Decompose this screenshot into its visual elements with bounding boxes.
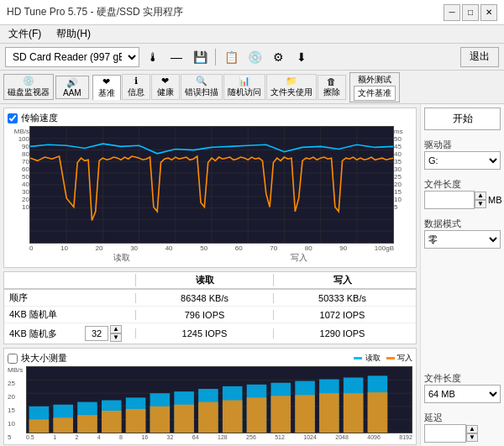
menu-file[interactable]: 文件(F): [5, 25, 45, 43]
write-label: 写入: [291, 252, 307, 264]
info-label: 信息: [128, 87, 144, 98]
stats-row-4kb-multi: 4KB 随机多 ▲ ▼ 1245 IOPS 1290 IOPS: [4, 323, 416, 344]
threads-up[interactable]: ▲: [110, 325, 122, 333]
file-length-down[interactable]: ▼: [475, 200, 486, 208]
erase-icon: 🗑: [327, 76, 336, 87]
file-length-input[interactable]: 100000: [424, 191, 475, 209]
sx-2048: 2048: [335, 434, 349, 440]
benchmark-icon: ❤: [102, 76, 110, 87]
threads-input[interactable]: [85, 326, 108, 341]
sx-128: 128: [218, 434, 228, 440]
tab-error-scan[interactable]: 🔍 错误扫描: [181, 74, 223, 100]
transfer-title-row: 传输速度: [8, 112, 412, 124]
tab-random-access[interactable]: 📊 随机访问: [223, 74, 265, 100]
data-mode-select[interactable]: 零: [424, 230, 501, 249]
tab-folder-usage[interactable]: 📁 文件夹使用: [266, 74, 317, 100]
menu-help[interactable]: 帮助(H): [53, 25, 94, 43]
dash-icon: —: [166, 47, 186, 67]
4kb-single-read: 796 IOPS: [135, 310, 273, 320]
yr-20: 20: [394, 181, 402, 188]
tab-extra-tests[interactable]: 额外测试 文件基准: [349, 72, 400, 102]
settings-icon[interactable]: ⚙: [268, 47, 288, 67]
hdd-icon[interactable]: 💾: [190, 47, 210, 67]
small-chart-canvas: [26, 366, 412, 433]
svg-rect-42: [150, 407, 171, 433]
threads-down[interactable]: ▼: [110, 333, 122, 342]
small-unit: MB/s: [8, 366, 26, 374]
tab-benchmark[interactable]: ❤ 基准: [92, 75, 121, 100]
tab-aam[interactable]: 🔊 AAM: [55, 76, 89, 99]
random-access-label: 随机访问: [228, 87, 261, 98]
save-icon[interactable]: 💿: [244, 47, 265, 67]
close-button[interactable]: ✕: [480, 4, 497, 21]
read-label: 读取: [113, 252, 130, 264]
maximize-button[interactable]: □: [462, 4, 479, 21]
tab-disk-monitor[interactable]: 💿 磁盘监视器: [3, 74, 54, 100]
sy-10: 10: [8, 420, 26, 428]
start-button[interactable]: 开始: [424, 108, 501, 130]
drive-label: 驱动器: [424, 139, 501, 151]
delay-down[interactable]: ▼: [466, 433, 478, 442]
copy-icon[interactable]: 📋: [221, 47, 241, 67]
sx-4096: 4096: [367, 434, 381, 440]
tab-file-benchmark[interactable]: 文件基准: [354, 86, 396, 101]
y-90: 90: [22, 143, 29, 150]
sy-20: 20: [8, 393, 26, 401]
main-content: 传输速度 MB/s 100 90 80 70 60 50 40 30 20 10: [0, 104, 504, 446]
sy-25: 25: [8, 380, 26, 387]
threads-spinner: ▲ ▼: [110, 325, 122, 342]
device-select[interactable]: SD Card Reader (997 gB): [5, 47, 139, 67]
temperature-icon[interactable]: 🌡: [143, 47, 163, 67]
tab-erase[interactable]: 🗑 擦除: [318, 75, 346, 100]
y-axis-right: ms 50 45 40 35 30 25 20 15 10 5: [394, 126, 412, 211]
file-length-spinner: 100000 ▲ ▼ MB: [424, 191, 501, 209]
svg-rect-47: [271, 396, 291, 433]
delay-up[interactable]: ▲: [466, 425, 478, 433]
menu-bar: 文件(F) 帮助(H): [0, 25, 504, 44]
aam-label: AAM: [63, 88, 81, 97]
4kb-multi-threads: ▲ ▼: [85, 325, 135, 342]
transfer-chart-section: 传输速度 MB/s 100 90 80 70 60 50 40 30 20 10: [3, 108, 417, 268]
file-length2-select[interactable]: 64 MB: [424, 385, 501, 403]
x-20: 20: [96, 244, 103, 252]
sx-2: 2: [75, 434, 78, 440]
transfer-title: 传输速度: [21, 112, 58, 124]
small-chart-wrapper: MB/s 25 20 15 10 5: [8, 366, 412, 441]
svg-rect-43: [174, 405, 194, 433]
window-controls: ─ □ ✕: [444, 4, 497, 21]
small-chart-svg: [27, 367, 412, 433]
minimize-button[interactable]: ─: [444, 4, 460, 21]
transfer-checkbox[interactable]: [8, 113, 18, 123]
yr-15: 15: [394, 188, 402, 196]
file-length-up[interactable]: ▲: [475, 192, 486, 200]
x-100: 100gB: [375, 244, 394, 252]
data-mode-label: 数据模式: [424, 218, 501, 230]
y-40: 40: [22, 181, 29, 188]
svg-rect-41: [126, 409, 146, 433]
x-60: 60: [235, 244, 243, 252]
small-chart-section: 块大小测量 读取 写入 MB/s 25 20 15 10 5: [3, 348, 417, 445]
small-chart-checkbox[interactable]: [8, 354, 18, 364]
y-60: 60: [22, 165, 29, 173]
panel-spacer: [424, 254, 501, 364]
drive-select[interactable]: G:: [424, 151, 501, 170]
toolbar: SD Card Reader (997 gB) 🌡 — 💾 📋 💿 ⚙ ⬇ 退出: [0, 44, 504, 71]
sx-1024: 1024: [303, 434, 317, 440]
tab-info[interactable]: ℹ 信息: [122, 74, 150, 100]
exit-button[interactable]: 退出: [460, 47, 499, 67]
4kb-multi-read: 1245 IOPS: [135, 328, 273, 338]
yr-45: 45: [394, 143, 402, 150]
nav-tabs: 💿 磁盘监视器 🔊 AAM ❤ 基准 ℹ 信息 ❤ 健康 🔍 错误扫描 📊 随机…: [0, 71, 504, 104]
tab-health[interactable]: ❤ 健康: [151, 74, 180, 100]
health-icon: ❤: [161, 76, 169, 87]
delay-spinner: 0 ▲ ▼: [424, 424, 501, 443]
svg-rect-39: [77, 415, 97, 433]
download-icon[interactable]: ⬇: [291, 47, 312, 67]
random-access-icon: 📊: [239, 76, 250, 87]
delay-spinner-btns: ▲ ▼: [466, 425, 478, 442]
file-length-label: 文件长度: [424, 178, 501, 191]
stats-header-read: 读取: [135, 274, 273, 286]
delay-input[interactable]: 0: [424, 424, 466, 443]
small-chart-title: 块大小测量: [21, 352, 67, 365]
x-50: 50: [200, 244, 207, 252]
